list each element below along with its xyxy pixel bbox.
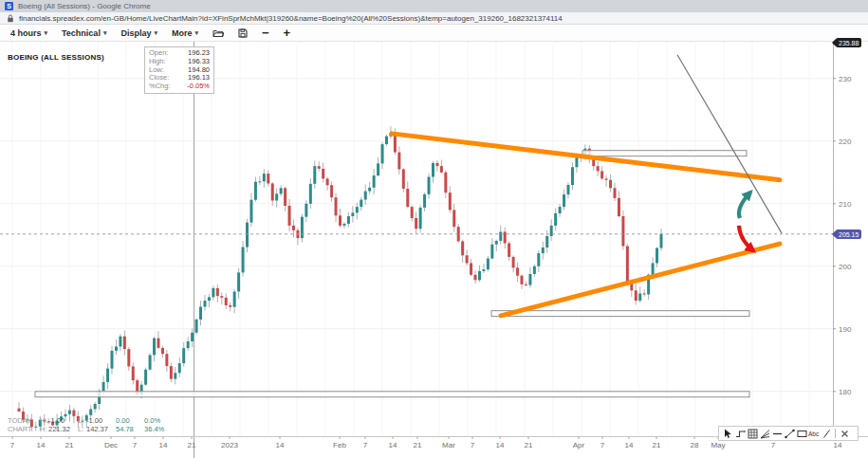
svg-text:7: 7 <box>771 441 776 449</box>
svg-text:21: 21 <box>188 441 196 449</box>
technical-menu-label: Technical <box>62 28 101 38</box>
today-low: -1.00 <box>86 416 116 425</box>
chart-toolbar: 4 hours ▾ Technical ▾ Display ▾ More ▾ −… <box>0 25 868 42</box>
svg-text:7: 7 <box>600 441 605 449</box>
last-price-badge: 205.15 <box>836 229 861 239</box>
bearish-arrow[interactable] <box>739 226 753 250</box>
svg-text:21: 21 <box>525 441 533 449</box>
interval-menu-label: 4 hours <box>10 28 42 38</box>
diagonal-line[interactable] <box>677 55 782 233</box>
svg-text:220: 220 <box>839 137 852 146</box>
fan-lines-tool-icon[interactable] <box>759 428 770 439</box>
candles-layer <box>18 126 663 431</box>
svg-text:21: 21 <box>653 441 661 449</box>
save-icon[interactable] <box>238 28 248 38</box>
freehand-tool-icon[interactable] <box>821 428 832 439</box>
svg-text:230: 230 <box>839 75 852 83</box>
chart-range-pct: 36.4% <box>144 425 173 433</box>
svg-text:Dec: Dec <box>104 441 118 449</box>
chart-high: 221.32 <box>48 425 78 433</box>
svg-text:May: May <box>711 441 725 449</box>
url-text: financials.spreadex.com/en-GB/Home/LiveC… <box>19 14 563 23</box>
resistance-zone[interactable] <box>582 151 747 156</box>
bullish-arrow[interactable] <box>739 192 750 218</box>
major-support-zone[interactable] <box>35 392 749 397</box>
svg-text:180: 180 <box>839 388 852 396</box>
today-label: TODAY: <box>8 416 40 425</box>
grid-tool-icon[interactable] <box>747 428 758 439</box>
gridlines <box>0 42 833 436</box>
technical-menu[interactable]: Technical ▾ <box>62 28 106 38</box>
svg-text:190: 190 <box>839 325 852 334</box>
svg-text:28: 28 <box>691 441 699 449</box>
zoom-in-button[interactable]: + <box>284 28 291 38</box>
svg-text:Feb: Feb <box>333 441 346 449</box>
upper-trendline[interactable] <box>392 134 780 180</box>
svg-text:Apr: Apr <box>573 441 585 449</box>
interval-menu[interactable]: 4 hours ▾ <box>10 28 47 38</box>
svg-text:200: 200 <box>839 263 852 271</box>
chart-low: 142.37 <box>86 425 116 433</box>
more-menu-label: More <box>172 28 193 38</box>
display-menu-label: Display <box>120 28 151 38</box>
chevron-down-icon: ▾ <box>45 29 48 37</box>
chart-label: CHART: <box>8 425 40 433</box>
high-price-badge: 235.88 <box>836 38 861 47</box>
svg-text:7: 7 <box>471 441 475 449</box>
svg-text:14: 14 <box>625 441 634 449</box>
stats-panel: TODAY:H:-1.00L:-1.000.000.0% CHART:H:221… <box>8 416 173 433</box>
support-zone[interactable] <box>491 311 749 317</box>
svg-text:7: 7 <box>133 441 138 449</box>
chg-value: -0.05% <box>187 82 210 91</box>
zoom-out-button[interactable]: − <box>262 28 269 38</box>
close-tool-icon[interactable] <box>839 428 850 439</box>
tools-divider <box>833 428 838 439</box>
chevron-down-icon: ▾ <box>154 29 157 37</box>
svg-text:Mar: Mar <box>442 441 455 449</box>
browser-window: { "browser": { "title": "Boeing (All Ses… <box>0 0 868 458</box>
pointer-tool-icon[interactable] <box>722 428 733 439</box>
chg-label: %Chg: <box>149 82 171 91</box>
svg-text:14: 14 <box>496 441 505 449</box>
svg-text:210: 210 <box>839 200 852 209</box>
url-bar[interactable]: financials.spreadex.com/en-GB/Home/LiveC… <box>0 12 868 25</box>
svg-text:14: 14 <box>389 441 397 449</box>
svg-text:14: 14 <box>159 441 168 449</box>
svg-text:14: 14 <box>276 441 285 449</box>
drawing-tools-panel: Abc <box>718 426 859 441</box>
text-tool-icon[interactable]: Abc <box>808 428 820 439</box>
svg-text:7: 7 <box>10 441 15 449</box>
horizontal-line-tool-icon[interactable] <box>771 428 783 439</box>
symbol-label: BOEING (ALL SESSIONS) <box>8 53 104 62</box>
chart-range: 54.78 <box>116 425 144 433</box>
elbow-line-tool-icon[interactable] <box>734 428 746 439</box>
svg-text:Abc: Abc <box>808 430 820 436</box>
chevron-down-icon: ▾ <box>194 29 198 37</box>
svg-text:14: 14 <box>37 441 46 449</box>
svg-text:2023: 2023 <box>221 441 238 449</box>
today-stats-row: TODAY:H:-1.00L:-1.000.000.0% <box>8 416 173 425</box>
window-title: Boeing (All Sessions) - Google Chrome <box>18 2 151 10</box>
chevron-down-icon: ▾ <box>103 29 107 37</box>
svg-text:21: 21 <box>414 441 422 449</box>
price-chart[interactable]: 23022021020019018071421Dec71421202314Feb… <box>0 42 868 458</box>
window-titlebar[interactable]: S Boeing (All Sessions) - Google Chrome <box>0 0 868 12</box>
today-high: -1.00 <box>48 416 78 425</box>
trend-line-tool-icon[interactable] <box>784 428 795 439</box>
ohlc-tooltip: Open:196.23 High:196.33 Low:194.80 Close… <box>144 46 214 94</box>
today-change: 0.00 <box>116 416 144 425</box>
svg-text:14: 14 <box>834 441 842 449</box>
today-change-pct: 0.0% <box>144 416 173 425</box>
svg-text:7: 7 <box>363 441 368 449</box>
svg-text:21: 21 <box>65 441 74 449</box>
chart-stats-row: CHART:H:221.32L:142.3754.7836.4% <box>8 425 173 433</box>
open-folder-icon[interactable] <box>212 28 224 38</box>
more-menu[interactable]: More ▾ <box>172 28 198 38</box>
display-menu[interactable]: Display ▾ <box>120 28 157 38</box>
rectangle-tool-icon[interactable] <box>796 428 807 439</box>
